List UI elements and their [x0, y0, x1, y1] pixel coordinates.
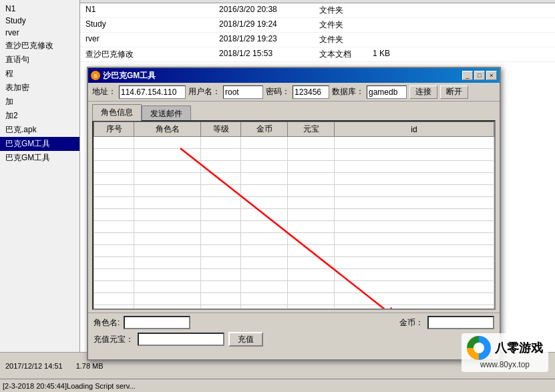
col-header-level: 等级: [201, 122, 241, 137]
col-date-header: [216, 1, 317, 2]
file-row-3[interactable]: 查沙巴克修改 2018/1/2 15:53 文本文档 1 KB: [80, 47, 555, 62]
bottom-bar: [2-3-2018 20:45:44]Loading Script serv..…: [0, 379, 555, 392]
file-row-2[interactable]: rver 2018/1/29 19:23 文件夹: [80, 33, 555, 47]
file-date-1: 2018/1/29 19:24: [216, 19, 317, 31]
gm-tabs: 角色信息 发送邮件: [88, 102, 500, 120]
tab-char-info[interactable]: 角色信息: [92, 104, 142, 121]
file-name-0: N1: [83, 4, 216, 17]
bottom-row-2: 充值元宝： 充值: [94, 332, 494, 347]
table-row: [94, 293, 494, 305]
logo-inner: [474, 343, 484, 353]
table-row: [94, 197, 494, 209]
gold-label: 金币：: [399, 317, 423, 329]
file-size-0: [370, 4, 410, 17]
file-size-2: [370, 33, 410, 46]
file-size-3: 1 KB: [370, 48, 410, 61]
left-item-add2[interactable]: 加2: [0, 109, 79, 123]
connect-button[interactable]: 连接: [409, 85, 437, 99]
table-row: [94, 185, 494, 197]
logo-circle-icon: [467, 336, 491, 360]
file-type-3: 文本文档: [317, 48, 370, 61]
status-date: 2017/12/12 14:51: [5, 362, 63, 370]
left-item-rver[interactable]: rver: [0, 27, 79, 39]
bottom-text: [2-3-2018 20:45:44]Loading Script serv..…: [3, 382, 136, 390]
watermark-url: www.80yx.top: [480, 360, 530, 369]
left-item-add[interactable]: 加: [0, 95, 79, 109]
table-row: [94, 173, 494, 185]
file-name-2: rver: [83, 33, 216, 46]
address-label: 地址：: [92, 86, 116, 97]
col-header-yuan: 元宝: [288, 122, 335, 137]
watermark-logo: 八零游戏: [467, 336, 543, 360]
titlebar-buttons: _ □ ×: [462, 71, 497, 80]
gm-window: S 沙巴克GM工具 _ □ × 地址： 用户名： 密码： 数据库： 连接 断开 …: [87, 67, 501, 361]
table-row: [94, 257, 494, 269]
table-row: [94, 149, 494, 161]
recharge-button[interactable]: 充值: [228, 332, 263, 347]
file-date-0: 2016/3/20 20:38: [216, 4, 317, 17]
col-header-name: 角色名: [134, 122, 201, 137]
table-row: [94, 233, 494, 245]
left-panel: N1 Study rver 查沙巴克修改 直语句 程 表加密 加 加2 巴克.a…: [0, 0, 80, 352]
recharge-label: 充值元宝：: [94, 334, 134, 345]
password-label: 密码：: [266, 86, 290, 97]
table-row: [94, 245, 494, 257]
file-type-1: 文件夹: [317, 19, 370, 31]
table-row: [94, 305, 494, 309]
recharge-input[interactable]: [138, 333, 224, 346]
col-header-seq: 序号: [94, 122, 134, 137]
gm-content-area: 序号 角色名 等级 金币 元宝 id: [92, 120, 496, 310]
left-item-n1[interactable]: N1: [0, 3, 79, 15]
col-header-id: id: [335, 122, 494, 137]
file-type-0: 文件夹: [317, 4, 370, 17]
close-button[interactable]: ×: [486, 71, 497, 80]
char-name-label: 角色名:: [94, 317, 120, 329]
table-row: [94, 281, 494, 293]
user-label: 用户名：: [188, 86, 220, 97]
watermark-brand: 八零游戏: [495, 340, 543, 356]
watermark: 八零游戏 www.80yx.top: [461, 333, 548, 372]
file-row-0[interactable]: N1 2016/3/20 20:38 文件夹: [80, 3, 555, 18]
disconnect-button[interactable]: 断开: [440, 85, 468, 99]
left-item-gm1[interactable]: 巴克GM工具: [0, 137, 79, 151]
gm-toolbar: 地址： 用户名： 密码： 数据库： 连接 断开: [88, 83, 500, 102]
file-type-2: 文件夹: [317, 33, 370, 46]
file-name-1: Study: [83, 19, 216, 31]
gm-bottom-form: 角色名: 金币： 充值元宝： 充值: [88, 313, 500, 359]
left-item-gm2[interactable]: 巴克GM工具: [0, 151, 79, 165]
file-size-1: [370, 19, 410, 31]
col-header-gold: 金币: [241, 122, 288, 137]
file-date-3: 2018/1/2 15:53: [216, 48, 317, 61]
db-label: 数据库：: [332, 86, 364, 97]
table-row: [94, 269, 494, 281]
col-type-header: [317, 1, 370, 2]
left-item-lang[interactable]: 直语句: [0, 53, 79, 67]
gm-title-icon: S: [91, 71, 100, 80]
file-name-3: 查沙巴克修改: [83, 48, 216, 61]
left-item-apk[interactable]: 巴克.apk: [0, 123, 79, 137]
left-item-fix[interactable]: 查沙巴克修改: [0, 39, 79, 53]
left-item-study[interactable]: Study: [0, 15, 79, 27]
gm-data-table: 序号 角色名 等级 金币 元宝 id: [94, 122, 494, 309]
col-size-header: [370, 1, 410, 2]
col-name-header: [83, 1, 216, 2]
user-input[interactable]: [223, 85, 263, 99]
gm-title-text: 沙巴克GM工具: [103, 70, 156, 81]
file-row-1[interactable]: Study 2018/1/29 19:24 文件夹: [80, 18, 555, 33]
gold-input[interactable]: [427, 316, 494, 329]
gm-titlebar: S 沙巴克GM工具 _ □ ×: [88, 68, 500, 83]
left-item-prog[interactable]: 程: [0, 67, 79, 81]
db-input[interactable]: [367, 85, 407, 99]
gm-table-wrapper: 序号 角色名 等级 金币 元宝 id: [94, 122, 494, 309]
password-input[interactable]: [293, 85, 329, 99]
char-name-input[interactable]: [124, 316, 190, 329]
tab-send-mail[interactable]: 发送邮件: [142, 106, 191, 122]
table-row: [94, 161, 494, 173]
file-date-2: 2018/1/29 19:23: [216, 33, 317, 46]
minimize-button[interactable]: _: [462, 71, 473, 80]
address-input[interactable]: [119, 85, 186, 99]
table-row: [94, 137, 494, 149]
maximize-button[interactable]: □: [474, 71, 485, 80]
left-item-encrypt[interactable]: 表加密: [0, 81, 79, 95]
status-size: 1.78 MB: [76, 362, 104, 370]
